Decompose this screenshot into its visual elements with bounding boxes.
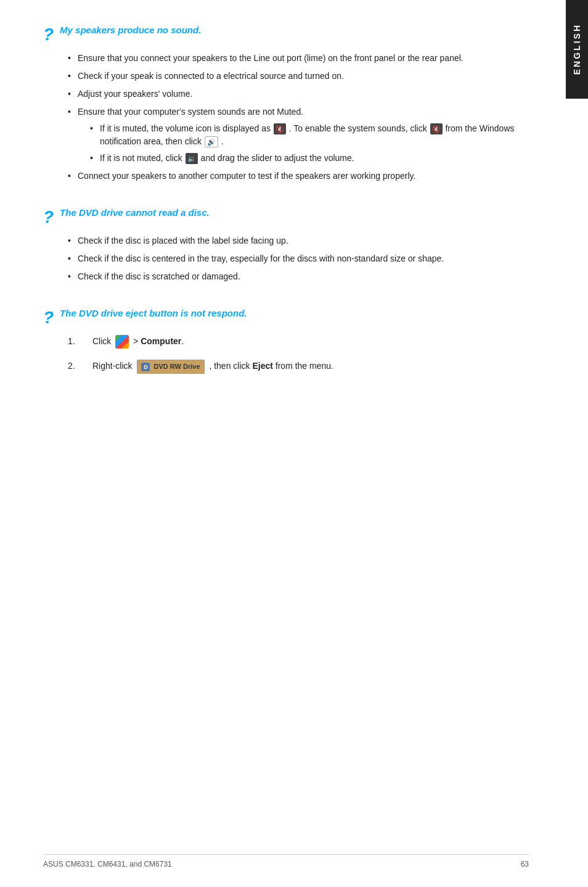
section-dvd-read-title: The DVD drive cannot read a disc.: [60, 207, 210, 218]
muted-icon: 🔇: [274, 123, 286, 134]
sub-bullet-text: If it is not muted, click 🔉 and drag the…: [100, 153, 354, 163]
bullet-text: Check if your speak is connected to a el…: [78, 71, 344, 81]
question-mark-dvd-eject: ?: [43, 309, 54, 326]
num-content-1: Click > Computer.: [92, 335, 529, 349]
volume-icon: 🔉: [186, 153, 198, 164]
section-dvd-read: ? The DVD drive cannot read a disc. Chec…: [43, 207, 529, 283]
bullet-text: Ensure that you connect your speakers to…: [78, 53, 463, 63]
section-dvd-eject-header: ? The DVD drive eject button is not resp…: [43, 308, 529, 326]
bullet-text: Connect your speakers to another compute…: [78, 171, 415, 181]
list-item: Check if the disc is centered in the tra…: [68, 252, 529, 265]
question-mark-speakers: ?: [43, 26, 54, 43]
list-item: Ensure that you connect your speakers to…: [68, 52, 529, 65]
list-item: Connect your speakers to another compute…: [68, 170, 529, 183]
dvd-drive-icon: D DVD RW Drive: [137, 360, 204, 374]
dvd-read-bullet-list: Check if the disc is placed with the lab…: [43, 234, 529, 283]
num-label-1: 1.: [68, 335, 80, 348]
bullet-text: Check if the disc is centered in the tra…: [78, 254, 444, 263]
num-label-2: 2.: [68, 360, 80, 373]
eject-label: Eject: [252, 361, 272, 371]
muted-icon-2: 🔇: [430, 123, 443, 134]
side-tab-label: ENGLISH: [572, 23, 582, 75]
sub-bullet-text: If it is muted, the volume icon is displ…: [100, 123, 515, 146]
list-item: 2. Right-click D DVD RW Drive , then cli…: [68, 360, 529, 374]
section-dvd-eject: ? The DVD drive eject button is not resp…: [43, 308, 529, 374]
side-tab: ENGLISH: [566, 0, 588, 99]
list-item: Check if the disc is scratched or damage…: [68, 270, 529, 283]
num-content-2: Right-click D DVD RW Drive , then click …: [92, 360, 529, 374]
section-dvd-eject-title: The DVD drive eject button is not respon…: [60, 308, 247, 318]
footer-left: ASUS CM6331, CM6431, and CM6731: [43, 860, 172, 868]
list-item: Ensure that your computer's system sound…: [68, 105, 529, 165]
list-item: Adjust your speakers' volume.: [68, 88, 529, 101]
footer-divider: [43, 854, 529, 855]
list-item: 1. Click > Computer.: [68, 335, 529, 349]
section-dvd-read-header: ? The DVD drive cannot read a disc.: [43, 207, 529, 226]
main-content: ? My speakers produce no sound. Ensure t…: [0, 0, 566, 887]
bullet-text: Check if the disc is scratched or damage…: [78, 271, 240, 281]
list-item: If it is not muted, click 🔉 and drag the…: [90, 152, 529, 165]
section-speakers-title: My speakers produce no sound.: [60, 25, 201, 35]
list-item: Check if the disc is placed with the lab…: [68, 234, 529, 247]
computer-label: Computer: [141, 336, 181, 346]
section-speakers-header: ? My speakers produce no sound.: [43, 25, 529, 43]
sub-bullet-list: If it is muted, the volume icon is displ…: [78, 122, 529, 165]
list-item: Check if your speak is connected to a el…: [68, 70, 529, 83]
bullet-text: Adjust your speakers' volume.: [78, 89, 192, 99]
bullet-text: Ensure that your computer's system sound…: [78, 107, 303, 117]
footer-right: 63: [521, 860, 529, 868]
footer: ASUS CM6331, CM6431, and CM6731 63: [0, 854, 566, 868]
section-speakers: ? My speakers produce no sound. Ensure t…: [43, 25, 529, 183]
footer-text: ASUS CM6331, CM6431, and CM6731 63: [43, 860, 529, 868]
start-button-icon: [115, 335, 129, 349]
list-item: If it is muted, the volume icon is displ…: [90, 122, 529, 148]
dvd-eject-numbered-list: 1. Click > Computer. 2. Right-click D DV…: [43, 335, 529, 374]
page: ENGLISH ? My speakers produce no sound. …: [0, 0, 588, 887]
unmute-icon: 🔊: [205, 136, 218, 147]
bullet-text: Check if the disc is placed with the lab…: [78, 236, 288, 245]
speakers-bullet-list: Ensure that you connect your speakers to…: [43, 52, 529, 183]
question-mark-dvd-read: ?: [43, 208, 54, 226]
